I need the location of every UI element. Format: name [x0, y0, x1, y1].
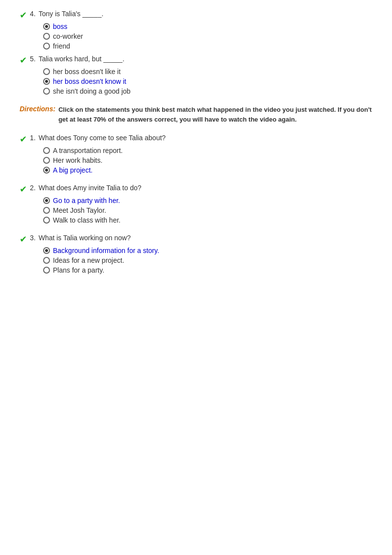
s2q2-radio-1[interactable] [43, 197, 50, 204]
s2q3-number: 3. [30, 234, 36, 242]
s2q2-options: Go to a party with her. Meet Josh Taylor… [43, 197, 372, 224]
check-icon-s2q2: ✔ [20, 184, 27, 195]
s2-question-2-row: ✔ 2. What does Amy invite Talia to do? [20, 184, 372, 195]
s2q2-radio-2[interactable] [43, 207, 50, 214]
q4-option-1[interactable]: boss [43, 23, 372, 30]
question-5-section: ✔ 5. Talia works hard, but _____. her bo… [20, 55, 372, 95]
check-icon-s2q1: ✔ [20, 134, 27, 145]
q5-option-1-label: her boss doesn't like it [53, 68, 121, 76]
directions-text: Click on the statements you think best m… [58, 105, 372, 124]
s2q3-options: Background information for a story. Idea… [43, 247, 372, 274]
s2-question-3-row: ✔ 3. What is Talia working on now? [20, 234, 372, 245]
question-4-section: ✔ 4. Tony is Talia's _____. boss co-work… [20, 10, 372, 50]
question-5-row: ✔ 5. Talia works hard, but _____. [20, 55, 372, 66]
q4-number: 4. [30, 10, 36, 18]
q4-option-3-label: friend [53, 42, 70, 50]
q5-option-2[interactable]: her boss doesn't know it [43, 77, 372, 85]
s2q1-radio-1[interactable] [43, 147, 50, 154]
s2q1-radio-3[interactable] [43, 167, 50, 174]
question-4-row: ✔ 4. Tony is Talia's _____. [20, 10, 372, 21]
directions-label: Directions: [20, 105, 55, 113]
s2q3-option-1-label: Background information for a story. [53, 247, 159, 254]
s2q1-options: A transportation report. Her work habits… [43, 147, 372, 174]
s2q1-option-3[interactable]: A big project. [43, 166, 372, 174]
section2-question-1-section: ✔ 1. What does Tony come to see Talia ab… [20, 134, 372, 174]
q4-options: boss co-worker friend [43, 23, 372, 50]
s2-question-1-row: ✔ 1. What does Tony come to see Talia ab… [20, 134, 372, 145]
q4-text: Tony is Talia's _____. [39, 10, 103, 18]
check-icon-s2q3: ✔ [20, 234, 27, 245]
q5-number: 5. [30, 55, 36, 63]
s2q3-radio-3[interactable] [43, 267, 50, 274]
q4-radio-3[interactable] [43, 43, 50, 50]
s2q1-option-2[interactable]: Her work habits. [43, 156, 372, 164]
s2q2-option-1-label: Go to a party with her. [53, 197, 120, 204]
s2q2-option-3[interactable]: Walk to class with her. [43, 216, 372, 224]
s2q1-number: 1. [30, 134, 36, 142]
s2q2-option-1[interactable]: Go to a party with her. [43, 197, 372, 204]
q5-radio-3[interactable] [43, 88, 50, 95]
s2q1-option-1[interactable]: A transportation report. [43, 147, 372, 154]
s2q2-option-2-label: Meet Josh Taylor. [53, 206, 106, 214]
q4-option-2-label: co-worker [53, 32, 83, 40]
q4-option-1-label: boss [53, 23, 68, 30]
q4-option-3[interactable]: friend [43, 42, 372, 50]
check-icon-q4: ✔ [20, 10, 27, 21]
q5-option-3-label: she isn't doing a good job [53, 87, 130, 95]
check-icon-q5: ✔ [20, 55, 27, 66]
q4-radio-2[interactable] [43, 33, 50, 40]
s2q3-radio-2[interactable] [43, 257, 50, 264]
q5-options: her boss doesn't like it her boss doesn'… [43, 68, 372, 95]
s2q1-option-2-label: Her work habits. [53, 156, 102, 164]
section2-question-2-section: ✔ 2. What does Amy invite Talia to do? G… [20, 184, 372, 224]
s2q2-option-2[interactable]: Meet Josh Taylor. [43, 206, 372, 214]
s2q2-radio-3[interactable] [43, 217, 50, 224]
s2q1-text: What does Tony come to see Talia about? [39, 134, 166, 142]
q5-option-2-label: her boss doesn't know it [53, 77, 126, 85]
section2-question-3-section: ✔ 3. What is Talia working on now? Backg… [20, 234, 372, 274]
s2q3-option-2[interactable]: Ideas for a new project. [43, 256, 372, 264]
s2q3-option-3[interactable]: Plans for a party. [43, 266, 372, 274]
q4-option-2[interactable]: co-worker [43, 32, 372, 40]
q5-option-1[interactable]: her boss doesn't like it [43, 68, 372, 76]
s2q1-option-1-label: A transportation report. [53, 147, 122, 154]
s2q3-text: What is Talia working on now? [39, 234, 131, 242]
q5-radio-1[interactable] [43, 68, 50, 75]
s2q2-text: What does Amy invite Talia to do? [39, 184, 142, 192]
s2q1-option-3-label: A big project. [53, 166, 93, 174]
s2q3-radio-1[interactable] [43, 247, 50, 254]
directions-block: Directions: Click on the statements you … [20, 105, 372, 124]
s2q2-option-3-label: Walk to class with her. [53, 216, 121, 224]
s2q1-radio-2[interactable] [43, 157, 50, 164]
q5-radio-2[interactable] [43, 78, 50, 85]
q5-text: Talia works hard, but _____. [39, 55, 124, 63]
s2q3-option-2-label: Ideas for a new project. [53, 256, 124, 264]
q5-option-3[interactable]: she isn't doing a good job [43, 87, 372, 95]
q4-radio-1[interactable] [43, 23, 50, 30]
s2q2-number: 2. [30, 184, 36, 192]
s2q3-option-3-label: Plans for a party. [53, 266, 104, 274]
s2q3-option-1[interactable]: Background information for a story. [43, 247, 372, 254]
